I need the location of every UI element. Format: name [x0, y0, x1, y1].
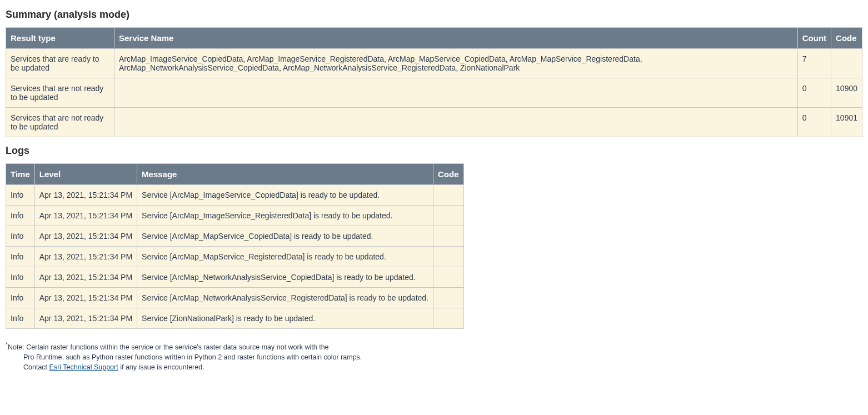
footnote: *Note: Certain raster functions within t… [6, 341, 862, 373]
logs-cell-time: Info [6, 206, 35, 226]
summary-cell-code: 10901 [831, 108, 862, 137]
summary-cell-count: 7 [797, 49, 831, 78]
logs-cell-time: Info [6, 267, 35, 288]
logs-cell-message: Service [ZionNationalPark] is ready to b… [137, 308, 433, 329]
logs-cell-code [433, 267, 464, 288]
logs-cell-time: Info [6, 226, 35, 247]
logs-cell-code [433, 206, 464, 226]
logs-cell-level: Apr 13, 2021, 15:21:34 PM [34, 206, 137, 226]
logs-cell-message: Service [ArcMap_ImageService_CopiedData]… [137, 185, 433, 206]
logs-cell-level: Apr 13, 2021, 15:21:34 PM [34, 247, 137, 267]
logs-cell-message: Service [ArcMap_ImageService_RegisteredD… [137, 206, 433, 226]
summary-cell-service-name: ArcMap_ImageService_CopiedData, ArcMap_I… [114, 49, 798, 78]
summary-cell-service-name [114, 108, 798, 137]
logs-cell-message: Service [ArcMap_NetworkAnalysisService_C… [137, 267, 433, 288]
summary-row: Services that are not ready to be update… [6, 108, 862, 137]
logs-col-time: Time [6, 164, 35, 185]
logs-cell-time: Info [6, 185, 35, 206]
footnote-line2: Pro Runtime, such as Python raster funct… [23, 352, 862, 362]
logs-cell-message: Service [ArcMap_MapService_CopiedData] i… [137, 226, 433, 247]
logs-cell-time: Info [6, 308, 35, 329]
logs-cell-code [433, 226, 464, 247]
logs-row: InfoApr 13, 2021, 15:21:34 PMService [Ar… [6, 185, 464, 206]
logs-cell-code [433, 185, 464, 206]
logs-col-message: Message [137, 164, 433, 185]
logs-heading: Logs [6, 145, 862, 157]
logs-row: InfoApr 13, 2021, 15:21:34 PMService [Ar… [6, 288, 464, 308]
logs-col-level: Level [34, 164, 137, 185]
logs-cell-level: Apr 13, 2021, 15:21:34 PM [34, 308, 137, 329]
logs-cell-level: Apr 13, 2021, 15:21:34 PM [34, 226, 137, 247]
logs-cell-time: Info [6, 247, 35, 267]
logs-cell-level: Apr 13, 2021, 15:21:34 PM [34, 267, 137, 288]
summary-row: Services that are ready to be updated Ar… [6, 49, 862, 78]
summary-cell-result-type: Services that are not ready to be update… [6, 108, 114, 137]
logs-cell-level: Apr 13, 2021, 15:21:34 PM [34, 288, 137, 308]
logs-table: Time Level Message Code InfoApr 13, 2021… [6, 163, 464, 329]
summary-cell-service-name [114, 78, 798, 108]
summary-col-count: Count [797, 28, 831, 49]
logs-cell-code [433, 308, 464, 329]
summary-cell-code [831, 49, 862, 78]
footnote-link[interactable]: Esri Technical Support [49, 363, 118, 371]
summary-table: Result type Service Name Count Code Serv… [6, 27, 862, 137]
footnote-line1: Note: Certain raster functions within th… [8, 343, 329, 351]
summary-cell-count: 0 [797, 108, 831, 137]
summary-col-result-type: Result type [6, 28, 114, 49]
summary-col-code: Code [831, 28, 862, 49]
logs-col-code: Code [433, 164, 464, 185]
logs-cell-message: Service [ArcMap_NetworkAnalysisService_R… [137, 288, 433, 308]
logs-row: InfoApr 13, 2021, 15:21:34 PMService [Ar… [6, 206, 464, 226]
logs-cell-code [433, 247, 464, 267]
summary-cell-count: 0 [797, 78, 831, 108]
logs-cell-message: Service [ArcMap_MapService_RegisteredDat… [137, 247, 433, 267]
summary-row: Services that are not ready to be update… [6, 78, 862, 108]
summary-col-service-name: Service Name [114, 28, 798, 49]
logs-cell-time: Info [6, 288, 35, 308]
footnote-line3b: if any issue is encountered. [118, 363, 204, 371]
logs-cell-level: Apr 13, 2021, 15:21:34 PM [34, 185, 137, 206]
logs-cell-code [433, 288, 464, 308]
logs-row: InfoApr 13, 2021, 15:21:34 PMService [Ar… [6, 247, 464, 267]
summary-cell-code: 10900 [831, 78, 862, 108]
logs-row: InfoApr 13, 2021, 15:21:34 PMService [Ar… [6, 226, 464, 247]
summary-cell-result-type: Services that are not ready to be update… [6, 78, 114, 108]
logs-row: InfoApr 13, 2021, 15:21:34 PMService [Zi… [6, 308, 464, 329]
summary-heading: Summary (analysis mode) [6, 9, 862, 21]
footnote-line3a: Contact [23, 363, 49, 371]
summary-cell-result-type: Services that are ready to be updated [6, 49, 114, 78]
logs-row: InfoApr 13, 2021, 15:21:34 PMService [Ar… [6, 267, 464, 288]
